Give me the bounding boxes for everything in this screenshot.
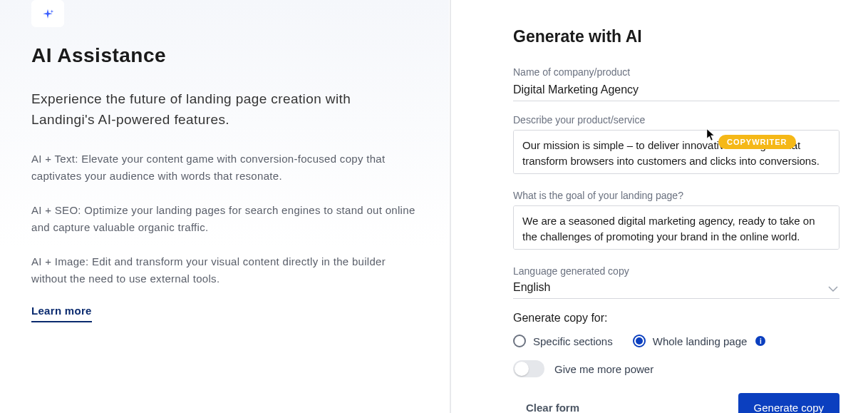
company-label: Name of company/product [513,66,839,78]
bottom-actions: Clear form Generate copy [513,393,839,413]
power-toggle-row: Give me more power [513,360,839,377]
radio-circle-unselected [513,335,526,347]
radio-specific-label: Specific sections [533,335,613,347]
language-field: Language generated copy English [513,265,839,299]
radio-group: Specific sections Whole landing page i [513,335,839,347]
goal-field: What is the goal of your landing page? W… [513,190,839,253]
goal-label: What is the goal of your landing page? [513,190,839,201]
toggle-knob [515,362,529,376]
language-value: English [513,281,550,293]
chevron-down-icon [828,285,838,292]
language-label: Language generated copy [513,265,839,277]
radio-whole-page[interactable]: Whole landing page i [633,335,766,347]
cursor-icon [706,128,716,141]
power-toggle-label: Give me more power [554,363,653,375]
goal-textarea[interactable]: We are a seasoned digital marketing agen… [513,205,839,250]
radio-circle-selected [633,335,646,347]
clear-form-link[interactable]: Clear form [513,402,579,413]
left-body-text: AI + Text: Elevate your content game wit… [31,151,418,185]
left-body-seo: AI + SEO: Optimize your landing pages fo… [31,202,418,236]
left-content-panel: AI Assistance Experience the future of l… [0,0,449,413]
sparkle-icon-box [31,0,64,27]
left-intro: Experience the future of landing page cr… [31,88,418,131]
describe-label: Describe your product/service [513,114,839,126]
learn-more-link[interactable]: Learn more [31,305,92,322]
radio-dot [636,337,643,345]
info-icon[interactable]: i [755,336,765,346]
language-select[interactable]: English [513,281,839,299]
radio-whole-label: Whole landing page [653,335,748,347]
right-title: Generate with AI [513,27,839,46]
company-input[interactable] [513,82,839,101]
left-title: AI Assistance [31,44,418,67]
sparkle-icon [41,8,55,22]
left-body-image: AI + Image: Edit and transform your visu… [31,253,418,287]
power-toggle[interactable] [513,360,544,377]
generate-copy-button[interactable]: Generate copy [738,393,839,413]
right-form-panel: Generate with AI Name of company/product… [449,0,868,413]
generate-for-label: Generate copy for: [513,312,839,325]
company-field: Name of company/product [513,66,839,101]
radio-specific-sections[interactable]: Specific sections [513,335,613,347]
copywriter-badge: COPYWRITER [718,135,796,149]
